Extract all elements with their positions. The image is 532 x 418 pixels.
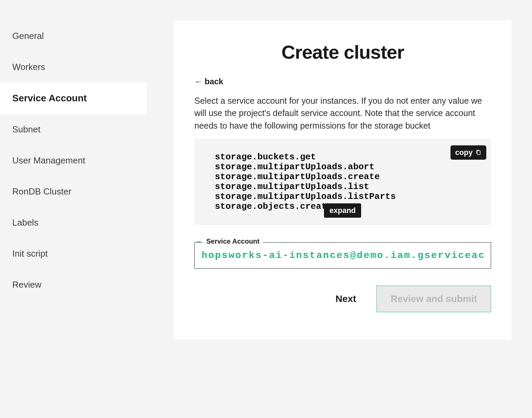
clipboard-icon (475, 149, 482, 156)
sidebar-item-general[interactable]: General (0, 20, 147, 52)
app-layout: General Workers Service Account Subnet U… (0, 0, 532, 418)
page-title: Create cluster (194, 41, 491, 63)
service-account-legend: Service Account (203, 237, 263, 245)
expand-button[interactable]: expand (324, 203, 361, 218)
actions-bar: Next Review and submit (194, 286, 491, 312)
svg-rect-0 (477, 151, 480, 155)
permissions-code-block: copy storage.buckets.get storage.multipa… (194, 139, 491, 226)
sidebar-item-init-script[interactable]: Init script (0, 238, 147, 269)
sidebar-item-review[interactable]: Review (0, 269, 147, 300)
back-label: back (205, 77, 223, 86)
sidebar-item-labels[interactable]: Labels (0, 207, 147, 238)
sidebar: General Workers Service Account Subnet U… (0, 0, 147, 418)
service-account-input[interactable] (202, 250, 484, 261)
copy-label: copy (455, 148, 473, 157)
next-button[interactable]: Next (336, 293, 356, 304)
description-text: Select a service account for your instan… (194, 95, 491, 132)
sidebar-item-subnet[interactable]: Subnet (0, 114, 147, 145)
sidebar-item-rondb-cluster[interactable]: RonDB Cluster (0, 176, 147, 207)
service-account-field-wrap: Service Account (194, 242, 491, 269)
review-and-submit-button[interactable]: Review and submit (376, 286, 491, 312)
copy-button[interactable]: copy (450, 145, 486, 160)
sidebar-item-workers[interactable]: Workers (0, 52, 147, 83)
main-wrap: Create cluster ← back Select a service a… (147, 0, 532, 418)
code-lines: storage.buckets.get storage.multipartUpl… (215, 152, 471, 212)
sidebar-item-service-account[interactable]: Service Account (0, 83, 147, 114)
back-link[interactable]: ← back (194, 77, 223, 86)
sidebar-item-user-management[interactable]: User Management (0, 145, 147, 176)
arrow-left-icon: ← (194, 77, 203, 86)
main-card: Create cluster ← back Select a service a… (174, 20, 512, 340)
